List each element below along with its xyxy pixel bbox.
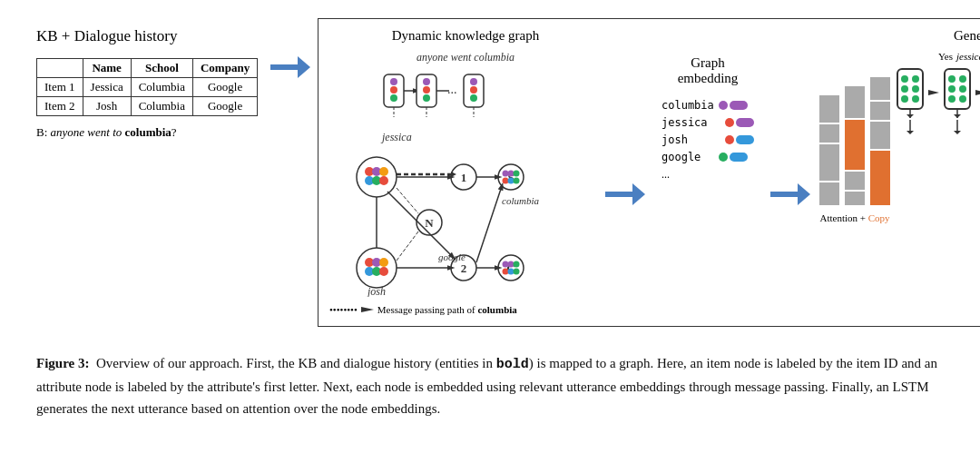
svg-rect-76: [770, 192, 799, 197]
svg-point-29: [379, 176, 388, 185]
main-container: KB + Dialogue history Name School Compan…: [36, 18, 944, 419]
embedding-item-josh: josh: [662, 133, 754, 146]
embedding-list: columbia jessica: [662, 99, 754, 182]
kb-section: KB + Dialogue history Name School Compan…: [36, 18, 263, 140]
svg-point-90: [959, 75, 966, 83]
svg-point-3: [390, 78, 397, 85]
svg-point-83: [901, 95, 908, 103]
gen-title: Generator: [954, 28, 980, 44]
ge-section: Graph embedding columbia jessica: [649, 28, 767, 315]
svg-marker-97: [975, 90, 980, 95]
svg-point-67: [503, 261, 509, 268]
embedding-item-columbia: columbia: [662, 99, 754, 112]
svg-point-14: [470, 78, 477, 85]
svg-marker-118: [906, 131, 914, 134]
svg-text:2: 2: [461, 261, 467, 275]
table-row: Item 1 Jessica Columbia Google: [37, 78, 258, 97]
svg-point-94: [959, 95, 966, 103]
svg-point-63: [514, 171, 520, 177]
embedding-item-ellipsis: ...: [662, 168, 754, 182]
gen-section: Generator Yes jessica and josh: [896, 28, 980, 315]
gen-up-arrows: [896, 120, 980, 134]
svg-marker-87: [928, 90, 939, 95]
svg-point-80: [912, 75, 919, 83]
kb-to-diagram-arrow: [263, 18, 318, 80]
svg-point-71: [508, 269, 514, 275]
svg-point-62: [508, 171, 514, 177]
kb-table: Name School Company Item 1 Jessica Colum…: [36, 58, 258, 116]
ge-title: Graph embedding: [678, 55, 739, 86]
caption: Figure 3: Overview of our approach. Firs…: [36, 352, 944, 419]
svg-point-61: [503, 171, 509, 177]
svg-point-91: [948, 85, 956, 93]
svg-point-65: [508, 178, 514, 184]
dkg-graph-svg: ...: [329, 70, 583, 297]
kb-title: KB + Dialogue history: [36, 27, 263, 45]
svg-text:...: ...: [447, 83, 457, 96]
svg-text:1: 1: [461, 171, 467, 184]
svg-point-8: [423, 78, 430, 85]
svg-point-16: [470, 94, 477, 102]
dialogue-text: B: anyone went to columbia?: [36, 125, 263, 140]
figure-label: Figure 3:: [36, 356, 89, 370]
svg-text:N: N: [425, 216, 434, 230]
svg-text:columbia: columbia: [502, 195, 539, 206]
bar-col-2: [845, 60, 865, 205]
svg-point-72: [514, 269, 520, 275]
svg-point-89: [948, 75, 956, 83]
svg-point-33: [379, 258, 388, 267]
gen-lstm-row: [896, 67, 980, 118]
svg-point-82: [912, 85, 919, 93]
th-school: School: [131, 59, 192, 78]
th-empty: [37, 59, 83, 78]
svg-point-81: [901, 85, 908, 93]
diagram-area: KB + Dialogue history Name School Compan…: [36, 18, 944, 327]
svg-point-36: [379, 267, 388, 276]
th-name: Name: [83, 59, 131, 78]
item-name: Jessica: [83, 78, 131, 97]
svg-line-58: [397, 232, 418, 261]
table-row: Item 2 Josh Columbia Google: [37, 97, 258, 116]
bar-col-3: [870, 60, 890, 205]
gen-top-words: Yes jessica and josh: [938, 51, 980, 62]
diagram-box-inner: Dynamic knowledge graph anyone went colu…: [329, 28, 980, 315]
svg-marker-120: [954, 131, 961, 134]
bar-col-1: [819, 60, 839, 205]
item-name: Josh: [83, 97, 131, 116]
item-label: Item 2: [37, 97, 83, 116]
dkg-title: Dynamic knowledge graph: [329, 28, 602, 44]
svg-point-68: [508, 261, 514, 268]
svg-point-26: [379, 167, 388, 176]
dkg-section: Dynamic knowledge graph anyone went colu…: [329, 28, 602, 315]
attn-section: Attention + Copy: [814, 28, 896, 315]
svg-point-93: [948, 95, 956, 103]
item-school: Columbia: [131, 78, 192, 97]
svg-point-66: [514, 178, 520, 184]
diagram-box: Dynamic knowledge graph anyone went colu…: [318, 18, 980, 327]
svg-marker-73: [361, 307, 374, 312]
svg-text:josh: josh: [366, 285, 386, 297]
dkg-to-ge-arrow: [602, 28, 649, 315]
item-label: Item 1: [37, 78, 83, 97]
svg-line-57: [397, 188, 418, 213]
svg-text:jessica: jessica: [380, 131, 412, 143]
svg-point-69: [514, 261, 520, 268]
svg-marker-77: [798, 183, 810, 205]
ge-to-attn-arrow: [767, 28, 814, 315]
item-school: Columbia: [131, 97, 192, 116]
embedding-item-jessica: jessica: [662, 116, 754, 129]
svg-line-53: [476, 186, 502, 262]
svg-rect-0: [270, 64, 299, 70]
svg-point-4: [390, 86, 397, 94]
attn-label: Attention + Copy: [819, 212, 889, 223]
svg-line-52: [387, 192, 453, 257]
item-company: Google: [192, 78, 257, 97]
svg-point-92: [959, 85, 966, 93]
attention-bar-chart: [819, 60, 890, 205]
embedding-item-google: google: [662, 151, 754, 163]
item-company: Google: [192, 97, 257, 116]
svg-point-5: [390, 94, 397, 102]
svg-marker-75: [632, 183, 645, 205]
svg-point-70: [503, 269, 509, 275]
svg-point-9: [423, 86, 430, 94]
